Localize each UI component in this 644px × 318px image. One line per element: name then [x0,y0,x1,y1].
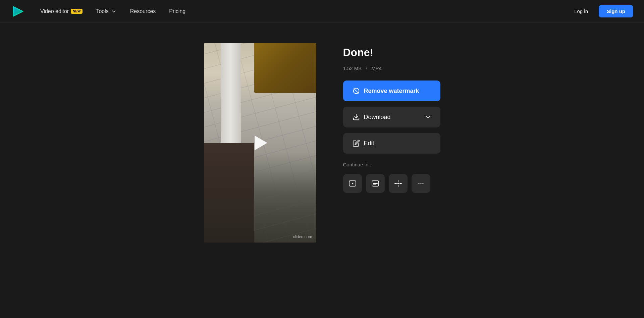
continue-video-editor-button[interactable] [343,174,362,193]
nav-links: Video editor NEW Tools Resources Pricing [35,6,568,17]
svg-line-3 [354,89,359,93]
video-play-icon [348,179,357,188]
svg-marker-1 [13,7,23,16]
download-chevron-icon [425,114,431,120]
video-top-furniture [254,43,316,93]
subtitle-icon [371,179,379,188]
download-icon [353,113,360,121]
edit-icon [353,140,360,147]
edit-button[interactable]: Edit [343,133,440,154]
main-content: clideo.com Done! 1.52 MB / MP4 Remove wa… [0,23,644,263]
remove-watermark-button[interactable]: Remove watermark [343,81,440,101]
svg-point-10 [397,183,398,184]
nav-pricing[interactable]: Pricing [164,6,191,17]
continue-subtitle-button[interactable] [366,174,385,193]
done-title: Done! [343,46,440,59]
nav-resources[interactable]: Resources [125,6,161,17]
file-format: MP4 [371,65,382,71]
video-left-panel [204,143,255,243]
file-size: 1.52 MB [343,65,362,71]
video-preview[interactable]: clideo.com [204,43,316,243]
more-icon [417,179,425,188]
chevron-down-icon [111,8,117,14]
download-button[interactable]: Download [343,107,440,127]
svg-point-17 [422,183,423,184]
continue-merge-button[interactable] [389,174,408,193]
play-button[interactable] [250,133,270,153]
new-badge: NEW [71,9,83,14]
right-panel: Done! 1.52 MB / MP4 Remove watermark Dow [343,43,440,193]
continue-icons [343,174,440,193]
nav-tools[interactable]: Tools [91,6,122,17]
continue-more-button[interactable] [412,174,430,193]
continue-label: Continue in... [343,162,440,167]
video-watermark: clideo.com [293,234,312,239]
remove-watermark-icon [353,87,360,95]
svg-point-15 [418,183,419,184]
play-triangle-icon [255,136,267,150]
navbar: Video editor NEW Tools Resources Pricing… [0,0,644,23]
nav-video-editor[interactable]: Video editor NEW [35,6,88,17]
svg-marker-6 [352,182,354,184]
logo[interactable] [11,5,24,18]
merge-icon [394,179,402,188]
video-pillar [221,43,241,153]
separator: / [366,65,367,71]
file-info: 1.52 MB / MP4 [343,65,440,71]
signup-button[interactable]: Sign up [599,5,633,17]
nav-right: Log in Sign up [568,5,633,17]
login-button[interactable]: Log in [568,5,595,17]
svg-point-16 [420,183,421,184]
